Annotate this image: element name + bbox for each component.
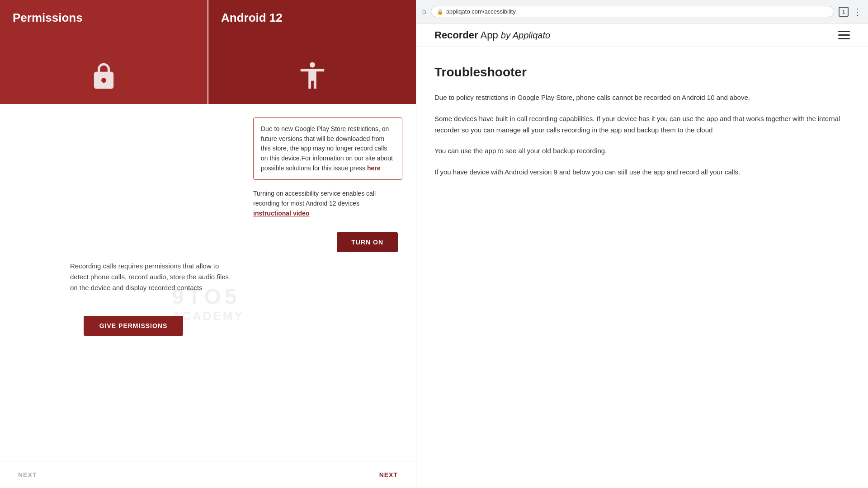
troubleshooter-p3: You can use the app to see all your old … [434,145,850,157]
app-panel: Permissions Android 12 [0,0,416,488]
browser-chrome: ⌂ 🔒 appliqato.com/accessibility- 1 ⋮ [416,0,868,23]
tab-count-icon[interactable]: 1 [839,7,849,17]
troubleshooter-p4: If you have device with Android version … [434,167,850,178]
accessibility-text: Turning on accessibility service enables… [253,190,376,207]
home-icon[interactable]: ⌂ [421,7,426,16]
troubleshooter-p2: Some devices have built in call recordin… [434,113,850,136]
website-panel: ⌂ 🔒 appliqato.com/accessibility- 1 ⋮ Rec… [416,0,868,488]
top-tabs: Permissions Android 12 [0,0,416,104]
give-permissions-button[interactable]: GIVE PERMISSIONS [84,316,183,336]
accessibility-icon [221,60,403,91]
hamburger-menu-icon[interactable] [838,31,850,39]
title-by: by Appliqato [501,30,550,40]
tab-permissions-label: Permissions [13,11,195,25]
url-text: appliqato.com/accessibility- [446,8,518,15]
title-recorder: Recorder [434,29,478,41]
tab-android12-label: Android 12 [221,11,403,25]
bottom-nav: NEXT NEXT [0,461,416,488]
website-header: Recorder App by Appliqato [416,23,868,47]
accessibility-text-block: Turning on accessibility service enables… [253,189,402,218]
troubleshooter-p1: Due to policy restrictions in Google Pla… [434,92,850,103]
lock-icon [13,62,195,91]
site-title: Recorder App by Appliqato [434,29,550,41]
title-app: App [481,29,498,41]
next-nav-button[interactable]: NEXT [379,471,398,479]
tab-android12[interactable]: Android 12 [208,0,416,104]
address-bar[interactable]: 🔒 appliqato.com/accessibility- [431,6,834,17]
tab-permissions[interactable]: Permissions [0,0,208,104]
website-content: Troubleshooter Due to policy restriction… [416,47,868,206]
permissions-section: Recording calls requires permissions tha… [0,104,244,488]
more-options-icon[interactable]: ⋮ [853,6,863,17]
android12-section: Due to new Google Play Store restriction… [244,104,416,488]
warning-box: Due to new Google Play Store restriction… [253,117,402,180]
prev-nav-button[interactable]: NEXT [18,471,37,479]
main-content-area: 9TO5 ACADEMY Recording calls requires pe… [0,104,416,488]
troubleshooter-heading: Troubleshooter [434,65,850,80]
turn-on-button[interactable]: TURN ON [337,232,398,252]
security-icon: 🔒 [437,9,443,15]
permissions-description: Recording calls requires permissions tha… [70,261,231,293]
instructional-video-link[interactable]: instructional video [253,210,309,217]
here-link[interactable]: here [367,164,381,172]
